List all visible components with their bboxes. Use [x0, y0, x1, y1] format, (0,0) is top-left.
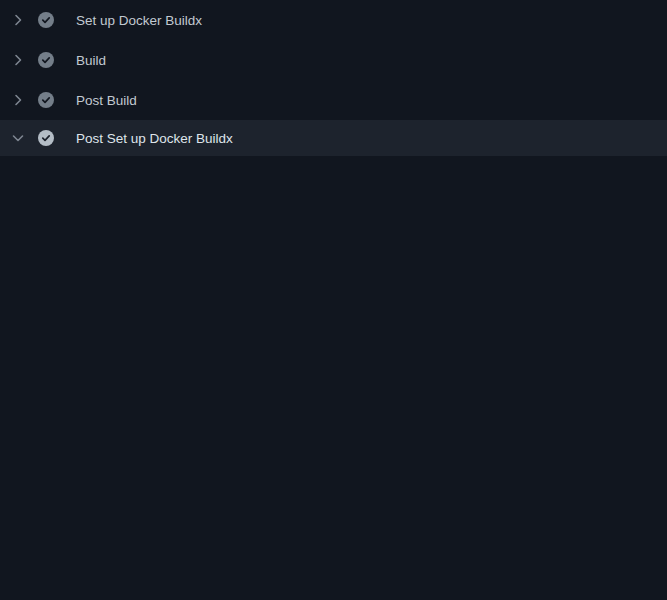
log-line: 4 time="2021-04-23T18:02:37Z" level=info…: [0, 229, 667, 249]
log-line: 17 time="2021-04-23T18:02:38Z" level=deb…: [0, 509, 667, 529]
log-line: 10 time="2021-04-23T18:02:37Z" level=inf…: [0, 369, 667, 389]
check-circle-icon: [38, 130, 54, 146]
check-circle-icon: [38, 12, 54, 28]
log-line: 15 time="2021-04-23T18:02:38Z" level=deb…: [0, 469, 667, 489]
step-title: Set up Docker Buildx: [76, 13, 202, 28]
chevron-down-icon: [10, 130, 26, 146]
log-line: 1 Post job cleanup.: [0, 169, 667, 189]
step-title: Post Build: [76, 93, 137, 108]
log-line: 12 time="2021-04-23T18:02:38Z" level=deb…: [0, 409, 667, 429]
step-log-output: 1 Post job cleanup. 2 ▼ BuildKit contain…: [0, 156, 667, 600]
log-line: 16 time="2021-04-23T18:02:38Z" level=deb…: [0, 489, 667, 509]
log-line: 19 time="2021-04-23T18:02:38Z" level=deb…: [0, 549, 667, 569]
chevron-right-icon: [10, 52, 26, 68]
log-line: 18 time="2021-04-23T18:02:38Z" level=deb…: [0, 529, 667, 549]
log-line: 2 ▼ BuildKit container logs: [0, 189, 667, 209]
log-line: 5 time="2021-04-23T18:02:37Z" level=warn…: [0, 249, 667, 269]
steps-list: Set up Docker Buildx Build Post Build Po…: [0, 0, 667, 156]
log-line: linux/riscv64 linux/ppc64le linux/s390x …: [0, 289, 667, 309]
check-circle-icon: [38, 52, 54, 68]
chevron-right-icon: [10, 12, 26, 28]
log-line: 7 time="2021-04-23T18:02:37Z" level=warn…: [0, 309, 667, 329]
log-line: application/vnd.oci.image.index.v1+json,…: [0, 569, 667, 589]
log-line: 3 /usr/bin/docker logs buildx_buildkit_b…: [0, 209, 667, 229]
chevron-right-icon: [10, 92, 26, 108]
step-header-post-set-up-docker-buildx[interactable]: Post Set up Docker Buildx: [0, 120, 667, 156]
step-title: Post Set up Docker Buildx: [76, 131, 233, 146]
log-line: 9 time="2021-04-23T18:02:37Z" level=warn…: [0, 349, 667, 369]
log-line: 20 time="2021-04-23T18:02:38Z" level=deb…: [0, 589, 667, 600]
log-line: 14 time="2021-04-23T18:02:38Z" level=deb…: [0, 449, 667, 469]
log-line: 8 time="2021-04-23T18:02:37Z" level=info…: [0, 329, 667, 349]
log-line: 6 time="2021-04-23T18:02:37Z" level=info…: [0, 269, 667, 289]
log-line: 13 time="2021-04-23T18:02:38Z" level=deb…: [0, 429, 667, 449]
step-header-post-build[interactable]: Post Build: [0, 80, 667, 120]
step-header-build[interactable]: Build: [0, 40, 667, 80]
step-header-set-up-docker-buildx[interactable]: Set up Docker Buildx: [0, 0, 667, 40]
log-line: 11 time="2021-04-23T18:02:38Z" level=deb…: [0, 389, 667, 409]
check-circle-icon: [38, 92, 54, 108]
step-title: Build: [76, 53, 106, 68]
